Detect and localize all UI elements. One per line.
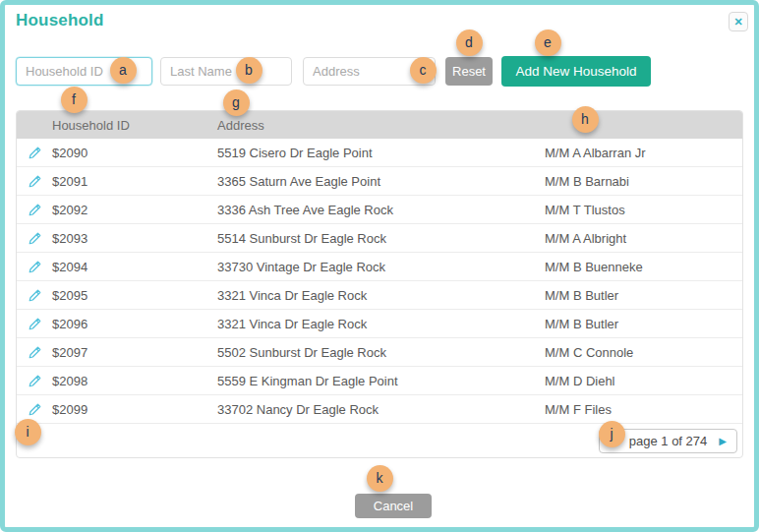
table-row[interactable]: $20905519 Cisero Dr Eagle PointM/M A Alb… [17,139,742,167]
household-id-cell: $2090 [52,146,217,160]
table-row[interactable]: $209433730 Vintage Dr Eagle RockM/M B Bu… [17,253,742,281]
annotation-badge-d: d [456,30,483,56]
table-row[interactable]: $20953321 Vinca Dr Eagle RockM/M B Butle… [17,281,742,310]
pencil-icon[interactable] [28,402,42,417]
pencil-icon[interactable] [28,288,42,303]
pencil-icon[interactable] [28,374,42,388]
household-id-cell: $2093 [52,231,217,246]
name-cell: M/M T Tlustos [545,203,742,217]
annotation-badge-i: i [15,419,41,445]
annotation-badge-h: h [572,106,599,133]
household-id-cell: $2096 [52,317,217,331]
name-cell: M/M B Butler [545,317,742,331]
pencil-icon[interactable] [28,345,42,360]
table-footer: ◀ page 1 of 274 ▶ [17,424,742,459]
pencil-icon[interactable] [28,231,42,246]
household-id-cell: $2098 [52,374,217,388]
pencil-icon[interactable] [28,174,42,189]
address-cell: 5514 Sunburst Dr Eagle Rock [217,231,545,246]
table-row[interactable]: $20985559 E Kingman Dr Eagle PointM/M D … [17,367,742,395]
address-cell: 33702 Nancy Dr Eagle Rock [217,402,545,417]
pencil-icon[interactable] [28,317,42,331]
household-id-cell: $2095 [52,288,217,303]
annotation-badge-e: e [535,30,561,56]
name-cell: M/M A Albarran Jr [545,146,742,160]
household-id-cell: $2092 [52,203,217,217]
table-row[interactable]: $20913365 Saturn Ave Eagle PointM/M B Ba… [17,167,742,196]
annotation-badge-j: j [599,421,625,447]
pencil-icon[interactable] [28,146,42,160]
address-cell: 3321 Vinca Dr Eagle Rock [217,288,545,303]
name-cell: M/M D Diehl [545,374,742,388]
address-cell: 3336 Ash Tree Ave Eagle Rock [217,203,545,217]
household-table: Household ID Address $20905519 Cisero Dr… [16,110,743,458]
annotation-badge-a: a [110,57,137,84]
name-cell: M/M B Barnabi [545,174,742,189]
pencil-icon[interactable] [28,260,42,274]
annotation-badge-k: k [367,465,393,492]
close-button[interactable]: ✕ [729,12,748,31]
cancel-button[interactable]: Cancel [355,494,432,518]
household-id-column-header: Household ID [52,118,217,133]
address-cell: 33730 Vintage Dr Eagle Rock [217,260,545,274]
chevron-right-icon: ▶ [719,436,727,446]
household-id-cell: $2097 [52,345,217,360]
household-id-cell: $2091 [52,174,217,189]
pagination-label: page 1 of 274 [623,434,714,448]
annotation-badge-c: c [410,57,437,84]
table-row[interactable]: $20935514 Sunburst Dr Eagle RockM/M A Al… [17,224,742,253]
table-row[interactable]: $209933702 Nancy Dr Eagle RockM/M F File… [17,395,742,424]
address-cell: 5519 Cisero Dr Eagle Point [217,146,545,160]
last-name-input[interactable] [160,57,292,86]
table-header: Household ID Address [17,111,742,139]
address-cell: 5559 E Kingman Dr Eagle Point [217,374,545,388]
name-cell: M/M B Butler [545,288,742,303]
name-cell: M/M C Connole [545,345,742,360]
address-cell: 3321 Vinca Dr Eagle Rock [217,317,545,331]
reset-button[interactable]: Reset [445,57,493,86]
table-row[interactable]: $20963321 Vinca Dr Eagle RockM/M B Butle… [17,310,742,338]
name-cell: M/M B Buenneke [545,260,742,274]
page-title: Household [16,11,104,30]
household-id-cell: $2099 [52,402,217,417]
address-cell: 3365 Saturn Ave Eagle Point [217,174,545,189]
annotation-badge-b: b [236,57,263,84]
table-row[interactable]: $20975502 Sunburst Dr Eagle RockM/M C Co… [17,338,742,367]
add-new-household-button[interactable]: Add New Household [501,56,651,87]
address-cell: 5502 Sunburst Dr Eagle Rock [217,345,545,360]
table-body: $20905519 Cisero Dr Eagle PointM/M A Alb… [17,139,742,424]
household-id-cell: $2094 [52,260,217,274]
close-icon: ✕ [733,16,742,28]
household-modal: Household ✕ Reset Add New Household Hous… [0,0,759,532]
pencil-icon[interactable] [28,203,42,217]
annotation-badge-f: f [61,87,88,113]
table-row[interactable]: $20923336 Ash Tree Ave Eagle RockM/M T T… [17,196,742,224]
name-cell: M/M A Albright [545,231,742,246]
address-column-header: Address [217,118,545,133]
name-cell: M/M F Files [545,402,742,417]
next-page-button[interactable]: ▶ [713,435,732,448]
annotation-badge-g: g [223,89,250,116]
